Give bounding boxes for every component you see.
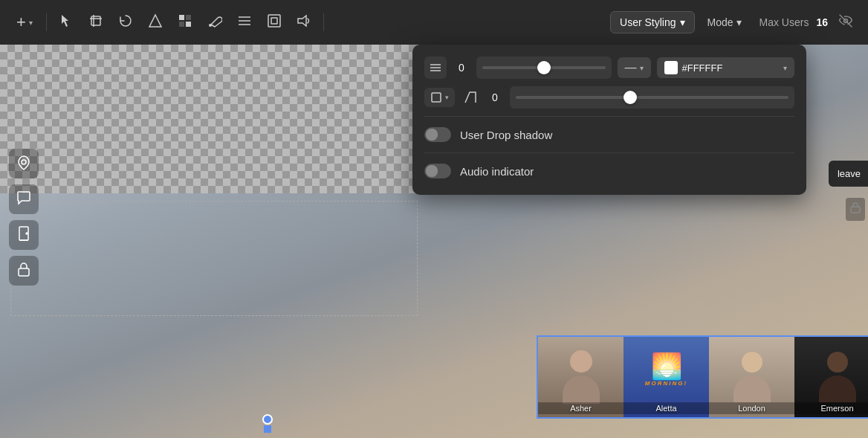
max-users-value: 16: [816, 16, 828, 28]
dd-color-button[interactable]: #FFFFFF ▾: [657, 57, 795, 78]
dd-audio-indicator-thumb: [426, 165, 438, 177]
dd-row2-slider[interactable]: [510, 86, 794, 109]
chat-button[interactable]: [9, 184, 39, 214]
user-styling-dropdown: 0 — ▾ #FFFFFF ▾ ▾ 0: [412, 45, 806, 195]
toolbar-divider-2: [323, 13, 324, 31]
grid-mid-b[interactable]: [264, 425, 271, 433]
canvas-lock-icon: [846, 198, 865, 221]
volume-tool-button[interactable]: [291, 9, 317, 36]
checkered-transparency: [0, 45, 416, 193]
user-name-aletta: Aletta: [624, 402, 709, 414]
svg-marker-14: [298, 16, 306, 26]
dd-color-chevron-icon: ▾: [783, 64, 787, 72]
toolbar-divider-1: [46, 13, 47, 31]
add-chevron-icon: ▾: [29, 19, 33, 27]
mode-label: Mode: [707, 16, 733, 28]
volume-icon: [297, 13, 311, 32]
dd-drop-shadow-toggle[interactable]: [424, 127, 451, 142]
checkerboard-icon: [178, 13, 192, 32]
user-grid: Asher 🌅 MORNING! Aletta London Emerson: [537, 335, 868, 419]
dd-color-swatch: [664, 61, 678, 74]
left-sidebar: [9, 149, 39, 286]
dd-skew-icon: [461, 88, 480, 107]
svg-rect-12: [268, 15, 280, 27]
main-toolbar: + ▾: [0, 0, 868, 45]
door-button[interactable]: [9, 220, 39, 250]
user-styling-button[interactable]: User Styling ▾: [610, 11, 695, 33]
user-card-london: London: [709, 337, 794, 417]
lines-tool-button[interactable]: [231, 9, 258, 36]
dd-divider-2: [424, 152, 794, 153]
crop-tool-button[interactable]: [82, 9, 109, 36]
dd-minus-button[interactable]: — ▾: [618, 57, 651, 78]
add-button[interactable]: + ▾: [9, 8, 40, 36]
dd-drop-shadow-thumb: [426, 129, 438, 141]
cursor-icon: [59, 13, 74, 32]
dd-lines-icon-btn[interactable]: [424, 57, 447, 79]
svg-rect-21: [851, 207, 860, 213]
dd-audio-indicator-row: Audio indicator: [424, 159, 794, 183]
user-styling-chevron-icon: ▾: [680, 16, 685, 28]
dd-row2-thumb[interactable]: [624, 91, 637, 104]
checkerboard-tool-button[interactable]: [172, 9, 198, 36]
dd-audio-indicator-toggle[interactable]: [424, 164, 451, 178]
dd-color-hex: #FFFFFF: [682, 62, 723, 74]
grid-top-center-handle[interactable]: [262, 414, 273, 425]
svg-point-18: [26, 233, 27, 234]
svg-rect-13: [271, 18, 277, 24]
add-icon: +: [16, 13, 26, 32]
svg-rect-5: [186, 15, 191, 20]
lock-sidebar-button[interactable]: [9, 256, 39, 286]
dd-row2-value: 0: [486, 91, 504, 103]
svg-rect-20: [19, 268, 29, 276]
shape-icon: [148, 13, 163, 32]
lines-icon: [237, 13, 252, 32]
eye-slash-icon: [838, 13, 854, 33]
user-name-asher: Asher: [538, 402, 624, 414]
mode-button[interactable]: Mode ▾: [699, 12, 748, 33]
user-card-aletta: 🌅 MORNING! Aletta: [624, 337, 709, 417]
dd-drop-shadow-row: User Drop shadow: [424, 123, 794, 146]
frame-tool-button[interactable]: [261, 9, 288, 36]
dd-divider-1: [424, 116, 794, 117]
map-icon: [16, 154, 32, 174]
cursor-tool-button[interactable]: [53, 9, 80, 36]
user-name-london: London: [709, 402, 794, 414]
dd-row1-value: 0: [453, 62, 470, 74]
crop-icon: [88, 13, 103, 32]
dd-minus-chevron-icon: ▾: [640, 64, 644, 72]
eye-slash-button[interactable]: [832, 9, 859, 36]
dd-audio-indicator-label: Audio indicator: [460, 165, 534, 178]
user-card-emerson: Emerson: [794, 337, 868, 417]
svg-rect-7: [186, 22, 191, 27]
dd-square-chevron-icon: ▾: [445, 94, 449, 101]
door-icon: [16, 225, 32, 245]
svg-rect-0: [91, 16, 100, 25]
svg-rect-4: [179, 15, 184, 20]
dropdown-row-1: 0 — ▾ #FFFFFF ▾: [424, 57, 794, 79]
dd-square-select-btn[interactable]: ▾: [424, 88, 455, 107]
mode-chevron-icon: ▾: [736, 16, 742, 28]
frame-icon: [267, 13, 282, 32]
chat-icon: [16, 190, 32, 210]
refresh-icon: [118, 13, 133, 32]
max-users-label: Max Users: [760, 16, 809, 28]
toolbar-right: User Styling ▾ Mode ▾ Max Users 16: [610, 9, 859, 36]
dd-row1-thumb[interactable]: [537, 61, 551, 74]
svg-point-16: [22, 160, 26, 164]
user-card-asher: Asher: [538, 337, 624, 417]
refresh-tool-button[interactable]: [112, 9, 139, 36]
shape-tool-button[interactable]: [142, 9, 169, 36]
svg-rect-25: [432, 93, 441, 102]
map-button[interactable]: [9, 149, 39, 178]
lock-sidebar-icon: [16, 261, 32, 281]
svg-marker-3: [149, 15, 161, 27]
svg-point-8: [209, 24, 212, 27]
dropdown-row-2: ▾ 0: [424, 86, 794, 109]
leave-button[interactable]: leave: [829, 161, 868, 187]
dd-drop-shadow-label: User Drop shadow: [460, 129, 552, 141]
leave-button-area: leave: [829, 161, 868, 187]
svg-rect-6: [179, 22, 184, 27]
paint-tool-button[interactable]: [201, 9, 228, 36]
dd-row1-slider[interactable]: [476, 57, 612, 79]
